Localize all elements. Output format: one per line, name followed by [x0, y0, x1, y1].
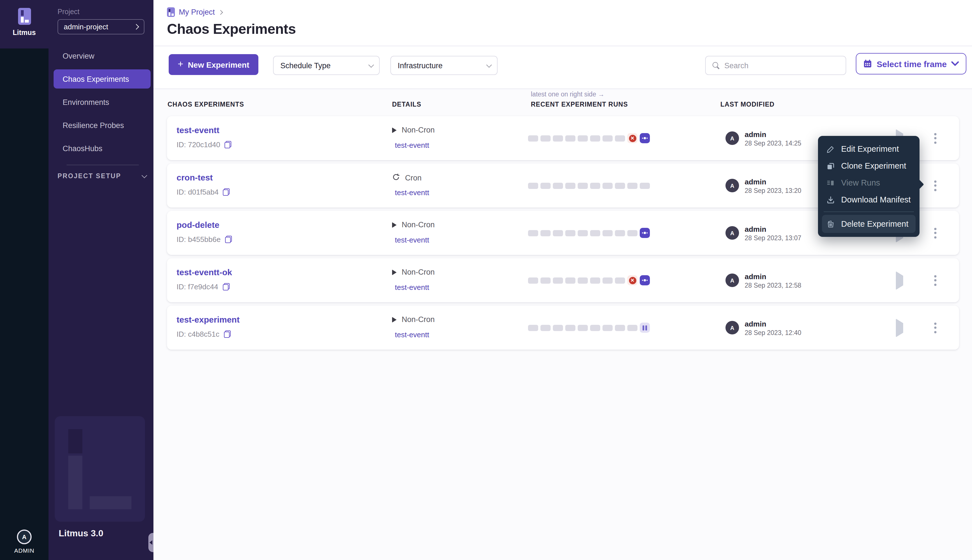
run-pill-empty[interactable] [528, 182, 538, 188]
infrastructure-link[interactable]: test-eventt [395, 188, 429, 197]
infrastructure-link[interactable]: test-eventt [395, 330, 429, 339]
copy-icon[interactable] [224, 330, 231, 338]
sidebar-item-overview[interactable]: Overview [53, 46, 151, 65]
menu-item-download-manifest[interactable]: Download Manifest [818, 191, 920, 208]
copy-icon[interactable] [223, 283, 229, 290]
run-pill-empty[interactable] [553, 325, 563, 331]
copy-icon[interactable] [225, 236, 232, 243]
experiment-name-link[interactable]: test-eventt [177, 125, 220, 135]
infrastructure-link[interactable]: test-eventt [395, 141, 429, 150]
run-pill-more-icon[interactable] [640, 133, 650, 143]
run-pill-empty[interactable] [590, 182, 600, 188]
run-pill-empty[interactable] [615, 135, 625, 141]
column-header-runs: RECENT EXPERIMENT RUNS [531, 101, 628, 108]
run-pill-failed-icon[interactable]: ✕ [627, 133, 637, 143]
run-pill-empty[interactable] [528, 135, 538, 141]
modified-by: admin [745, 320, 801, 328]
run-pill-empty[interactable] [540, 135, 550, 141]
sidebar-item-resilience-probes[interactable]: Resilience Probes [53, 116, 151, 135]
run-pill-empty[interactable] [615, 277, 625, 283]
row-menu-button[interactable] [930, 177, 941, 194]
run-pill-more-icon[interactable] [640, 228, 650, 238]
collapse-arrow-icon [150, 540, 152, 545]
run-pill-more-icon[interactable] [640, 275, 650, 285]
menu-item-clone-experiment[interactable]: Clone Experiment [818, 157, 920, 174]
sidebar-nav: OverviewChaos ExperimentsEnvironmentsRes… [48, 46, 153, 162]
sidebar-item-chaoshubs[interactable]: ChaosHubs [53, 139, 151, 158]
menu-item-edit-experiment[interactable]: Edit Experiment [818, 140, 920, 157]
experiment-name-link[interactable]: pod-delete [177, 220, 220, 230]
schedule-type-dropdown[interactable]: Schedule Type [273, 56, 380, 75]
run-pill-empty[interactable] [528, 230, 538, 236]
run-pill-empty[interactable] [565, 325, 575, 331]
new-experiment-button[interactable]: + New Experiment [169, 54, 258, 75]
experiment-name-link[interactable]: test-experiment [177, 315, 240, 324]
search-input[interactable] [724, 61, 839, 70]
run-pill-empty[interactable] [615, 325, 625, 331]
row-menu-button[interactable] [930, 272, 941, 289]
select-time-frame-button[interactable]: Select time frame [856, 53, 966, 75]
run-pill-empty[interactable] [553, 135, 563, 141]
modified-by: admin [745, 225, 801, 233]
menu-item-delete-experiment[interactable]: Delete Experiment [822, 215, 915, 233]
run-pill-empty[interactable] [627, 230, 637, 236]
run-pill-empty[interactable] [553, 182, 563, 188]
avatar: A [725, 321, 739, 334]
run-pill-empty[interactable] [578, 182, 588, 188]
run-pill-empty[interactable] [578, 230, 588, 236]
sidebar-collapse-button[interactable] [148, 533, 153, 552]
run-pill-empty[interactable] [590, 277, 600, 283]
run-pill-empty[interactable] [540, 182, 550, 188]
run-experiment-button[interactable] [896, 323, 903, 333]
run-pill-empty[interactable] [640, 182, 650, 188]
run-pill-failed-icon[interactable]: ✕ [627, 275, 637, 285]
run-pill-empty[interactable] [565, 230, 575, 236]
experiment-name-link[interactable]: cron-test [177, 173, 213, 182]
row-menu-button[interactable] [930, 130, 941, 147]
run-pill-empty[interactable] [565, 135, 575, 141]
run-pill-empty[interactable] [528, 325, 538, 331]
run-pill-empty[interactable] [528, 277, 538, 283]
infrastructure-link[interactable]: test-eventt [395, 283, 429, 292]
run-pill-empty[interactable] [602, 325, 613, 331]
experiment-name-link[interactable]: test-eventt-ok [177, 267, 232, 277]
infrastructure-link[interactable]: test-eventt [395, 236, 429, 244]
user-block[interactable]: A ADMIN [0, 530, 48, 554]
last-modified: A admin 28 Sep 2023, 13:20 [725, 163, 801, 208]
run-pill-empty[interactable] [540, 277, 550, 283]
run-pill-empty[interactable] [578, 325, 588, 331]
run-pill-empty[interactable] [602, 277, 613, 283]
run-pill-empty[interactable] [553, 230, 563, 236]
row-menu-button[interactable] [930, 319, 941, 336]
run-pill-paused-icon[interactable] [640, 323, 650, 333]
run-pill-empty[interactable] [627, 325, 637, 331]
run-pill-empty[interactable] [602, 182, 613, 188]
run-experiment-button[interactable] [896, 276, 903, 286]
run-pill-empty[interactable] [565, 277, 575, 283]
run-pill-empty[interactable] [590, 325, 600, 331]
sidebar-item-chaos-experiments[interactable]: Chaos Experiments [53, 69, 151, 88]
run-pill-empty[interactable] [590, 230, 600, 236]
sidebar-item-environments[interactable]: Environments [53, 92, 151, 112]
infrastructure-dropdown[interactable]: Infrastructure [390, 56, 498, 75]
run-pill-empty[interactable] [553, 277, 563, 283]
run-pill-empty[interactable] [590, 135, 600, 141]
project-select[interactable]: admin-project [58, 19, 144, 34]
run-pill-empty[interactable] [627, 182, 637, 188]
copy-icon[interactable] [223, 188, 230, 196]
project-setup-toggle[interactable]: PROJECT SETUP [58, 173, 145, 179]
run-pill-empty[interactable] [578, 135, 588, 141]
run-pill-empty[interactable] [565, 182, 575, 188]
user-avatar[interactable]: A [17, 530, 32, 544]
run-pill-empty[interactable] [602, 230, 613, 236]
row-menu-button[interactable] [930, 225, 941, 242]
run-pill-empty[interactable] [578, 277, 588, 283]
run-pill-empty[interactable] [540, 325, 550, 331]
breadcrumb-project-link[interactable]: My Project [179, 8, 215, 17]
run-pill-empty[interactable] [602, 135, 613, 141]
run-pill-empty[interactable] [615, 182, 625, 188]
copy-icon[interactable] [225, 141, 232, 148]
run-pill-empty[interactable] [615, 230, 625, 236]
litmus-logo-icon[interactable] [18, 8, 31, 25]
run-pill-empty[interactable] [540, 230, 550, 236]
